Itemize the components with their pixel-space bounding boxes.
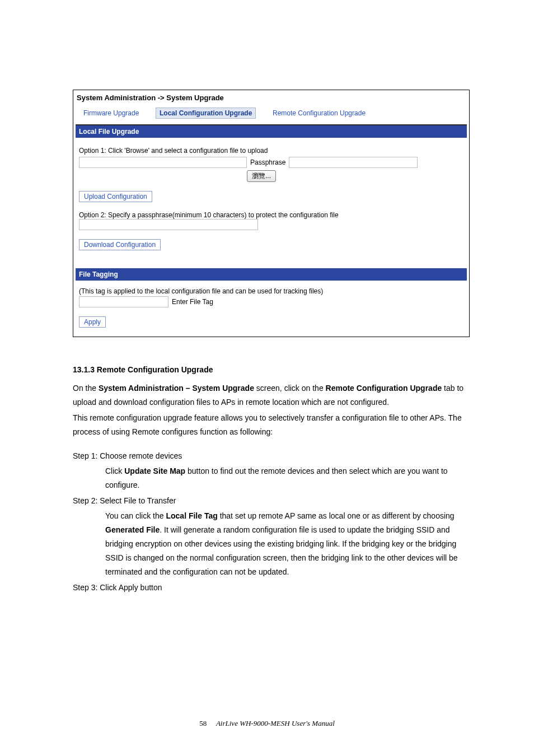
upload-configuration-button[interactable]: Upload Configuration <box>79 191 152 202</box>
download-configuration-button[interactable]: Download Configuration <box>79 239 161 250</box>
upload-passphrase-input[interactable] <box>289 157 418 168</box>
tab-remote-configuration-upgrade[interactable]: Remote Configuration Upgrade <box>269 108 369 118</box>
upload-file-path-input[interactable] <box>79 157 247 168</box>
system-upgrade-panel: System Administration -> System Upgrade … <box>73 90 470 337</box>
file-tagging-header: File Tagging <box>76 268 467 281</box>
step-2-body: You can click the Local File Tag that se… <box>73 509 470 580</box>
passphrase-label: Passphrase <box>250 158 285 166</box>
para-2: This remote configuration upgrade featur… <box>73 411 470 439</box>
file-tagging-desc: (This tag is applied to the local config… <box>79 287 463 295</box>
step-3-head: Step 3: Click Apply button <box>73 581 470 595</box>
option2-text: Option 2: Specify a passphrase(minimum 1… <box>79 211 463 219</box>
tab-firmware-upgrade[interactable]: Firmware Upgrade <box>80 108 142 118</box>
page-footer: 58 AirLive WH-9000-MESH User's Manual <box>0 719 534 728</box>
apply-button[interactable]: Apply <box>79 316 106 328</box>
page-number: 58 <box>199 719 207 727</box>
panel-title: System Administration -> System Upgrade <box>73 90 469 104</box>
local-file-upgrade-header: Local File Upgrade <box>76 125 467 138</box>
step-1-body: Click Update Site Map button to find out… <box>73 464 470 492</box>
tab-strip: Firmware Upgrade Local Configuration Upg… <box>73 104 469 124</box>
browse-button[interactable]: 瀏覽... <box>247 170 276 182</box>
option1-text: Option 1: Click 'Browse' and select a co… <box>79 147 463 155</box>
file-tag-label: Enter File Tag <box>172 298 213 306</box>
file-tag-input[interactable] <box>79 296 168 307</box>
footer-title: AirLive WH-9000-MESH User's Manual <box>216 719 335 727</box>
section-heading: 13.1.3 Remote Configuration Upgrade <box>73 363 470 377</box>
download-passphrase-input[interactable] <box>79 219 258 230</box>
para-1: On the System Administration – System Up… <box>73 381 470 409</box>
document-text: 13.1.3 Remote Configuration Upgrade On t… <box>73 363 470 595</box>
step-1-head: Step 1: Choose remote devices <box>73 449 470 463</box>
step-2-head: Step 2: Select File to Transfer <box>73 494 470 508</box>
tab-local-configuration-upgrade[interactable]: Local Configuration Upgrade <box>156 108 256 119</box>
